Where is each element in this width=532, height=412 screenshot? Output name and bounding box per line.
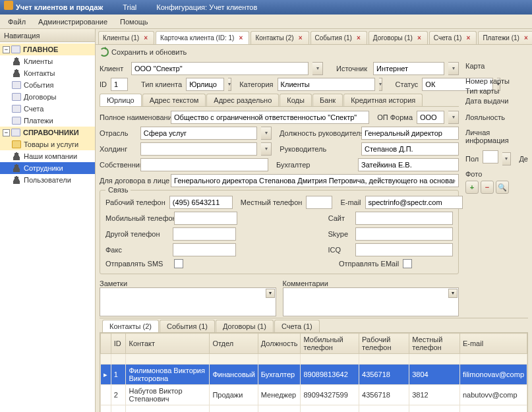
email-send-checkbox[interactable]	[403, 259, 412, 268]
tree-events[interactable]: События	[0, 79, 95, 91]
sms-checkbox[interactable]	[174, 259, 183, 268]
tree-invoices[interactable]: Счета	[0, 103, 95, 115]
tree-main[interactable]: −ГЛАВНОЕ	[0, 44, 95, 55]
itab-legal[interactable]: Юрлицо	[100, 94, 142, 106]
dropdown-icon[interactable]: ▾	[261, 142, 272, 156]
close-icon[interactable]: ×	[355, 34, 363, 42]
dropdown-icon[interactable]: ▾	[312, 62, 323, 75]
category-label: Категория	[239, 80, 273, 88]
col-dept[interactable]: Отдел	[210, 334, 258, 354]
tree-contacts[interactable]: Контакты	[0, 67, 95, 79]
menu-file[interactable]: Файл	[3, 15, 31, 29]
tab-payments[interactable]: Платежи (1)×	[478, 31, 532, 44]
fax-input[interactable]	[173, 243, 236, 256]
close-icon[interactable]: ×	[415, 34, 423, 42]
head-input[interactable]	[361, 142, 459, 156]
site-input[interactable]	[355, 212, 453, 225]
tab-contacts[interactable]: Контакты (2)×	[251, 31, 309, 44]
col-pos[interactable]: Должность	[258, 334, 301, 354]
tree-refs[interactable]: −СПРАВОЧНИКИ	[0, 127, 95, 138]
dropdown-icon[interactable]: ▾	[379, 78, 382, 91]
client-type-input[interactable]	[186, 78, 224, 91]
table-row[interactable]	[101, 405, 527, 413]
btab-events[interactable]: События (1)	[160, 320, 215, 332]
issued-label: Дата выдачи	[465, 97, 528, 105]
photo-zoom-button[interactable]: 🔍	[496, 181, 509, 194]
dropdown-icon[interactable]: ▾	[228, 78, 231, 91]
refresh-icon[interactable]	[100, 47, 109, 57]
tree-companies[interactable]: Наши компании	[0, 150, 95, 162]
table-row[interactable]: 2 Набутов Виктор Степанович Продажи Мене…	[101, 385, 527, 405]
col-loc[interactable]: Местный телефон	[409, 334, 460, 354]
tree-goods[interactable]: Товары и услуги	[0, 138, 95, 150]
photo-delete-button[interactable]: −	[481, 181, 494, 194]
itab-credit[interactable]: Кредитная история	[343, 94, 423, 106]
id-input[interactable]	[111, 78, 128, 91]
itab-addr-text[interactable]: Адрес текстом	[142, 94, 206, 106]
col-mob[interactable]: Мобильный телефон	[301, 334, 359, 354]
col-marker[interactable]	[101, 334, 111, 354]
grid-filter-row[interactable]	[101, 354, 527, 365]
category-input[interactable]	[278, 78, 375, 91]
owner-input[interactable]	[140, 158, 268, 171]
tab-events[interactable]: События (1)×	[310, 31, 367, 44]
icq-input[interactable]	[355, 243, 453, 256]
tree-contracts[interactable]: Договоры	[0, 91, 95, 103]
close-icon[interactable]: ×	[464, 34, 472, 42]
btab-contracts[interactable]: Договоры (1)	[216, 320, 274, 332]
col-contact[interactable]: Контакт	[126, 334, 210, 354]
work-phone-input[interactable]	[169, 196, 233, 209]
opform-input[interactable]	[417, 111, 444, 124]
tree-clients[interactable]: Клиенты	[0, 55, 95, 67]
close-icon[interactable]: ×	[142, 34, 150, 42]
holding-input[interactable]	[140, 142, 258, 156]
sex-input[interactable]	[483, 150, 498, 163]
mobile-phone-input[interactable]	[174, 212, 237, 225]
btab-invoices[interactable]: Счета (1)	[274, 320, 320, 332]
bottom-tabs: Контакты (2) События (1) Договоры (1) Сч…	[100, 318, 528, 332]
menu-admin[interactable]: Администрирование	[33, 15, 113, 29]
collapse-icon[interactable]: −	[3, 46, 10, 53]
skype-input[interactable]	[355, 227, 453, 241]
photo-add-button[interactable]: +	[465, 181, 479, 194]
table-row[interactable]: ▸ 1 Филимонова Виктория Викторовна Финан…	[101, 365, 527, 385]
tree-users[interactable]: Пользователи	[0, 174, 95, 186]
local-phone-input[interactable]	[306, 196, 332, 209]
contract-input[interactable]	[171, 174, 459, 187]
dropdown-icon[interactable]: ▾	[261, 127, 272, 140]
email-input[interactable]	[365, 196, 463, 209]
itab-bank[interactable]: Банк	[312, 94, 343, 106]
itab-codes[interactable]: Коды	[280, 94, 312, 106]
tab-contracts[interactable]: Договоры (1)×	[369, 31, 428, 44]
position-input[interactable]	[361, 127, 459, 140]
save-refresh-link[interactable]: Сохранить и обновить	[111, 48, 187, 56]
collapse-icon[interactable]: −	[3, 129, 10, 136]
col-email[interactable]: E-mail	[459, 334, 527, 354]
close-icon[interactable]: ×	[297, 34, 305, 42]
tab-client-card[interactable]: Карточка клиента (ID: 1)×	[156, 31, 249, 44]
btab-contacts[interactable]: Контакты (2)	[102, 320, 159, 332]
tree-payments[interactable]: Платежи	[0, 115, 95, 127]
source-input[interactable]	[373, 62, 444, 75]
dropdown-icon[interactable]: ▾	[502, 152, 511, 165]
notes-textarea[interactable]	[100, 287, 276, 316]
close-icon[interactable]: ×	[522, 34, 530, 42]
accountant-input[interactable]	[358, 158, 459, 171]
expand-icon[interactable]: ▾	[266, 289, 275, 298]
tab-invoices[interactable]: Счета (1)×	[429, 31, 477, 44]
col-id[interactable]: ID	[111, 334, 126, 354]
menu-help[interactable]: Помощь	[115, 15, 154, 29]
expand-icon[interactable]: ▾	[448, 289, 458, 298]
industry-input[interactable]	[140, 127, 257, 140]
dropdown-icon[interactable]: ▾	[448, 62, 459, 75]
tab-clients[interactable]: Клиенты (1)×	[98, 31, 154, 44]
client-input[interactable]	[131, 62, 309, 75]
itab-addr-split[interactable]: Адрес раздельно	[206, 94, 279, 106]
comments-textarea[interactable]	[283, 287, 459, 316]
close-icon[interactable]: ×	[237, 34, 245, 42]
fullname-input[interactable]	[171, 111, 369, 124]
dropdown-icon[interactable]: ▾	[448, 111, 459, 124]
other-phone-input[interactable]	[173, 227, 236, 241]
tree-employees[interactable]: Сотрудники	[0, 162, 95, 174]
col-work[interactable]: Рабочий телефон	[359, 334, 409, 354]
